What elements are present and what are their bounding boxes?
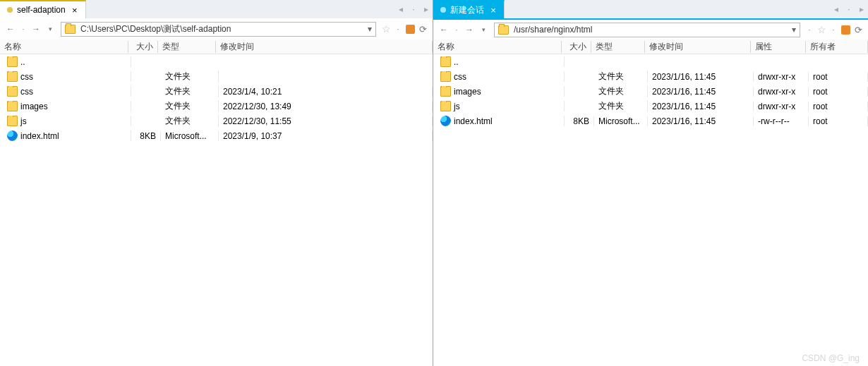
path-dropdown-icon[interactable]: ▾ bbox=[788, 25, 800, 35]
col-name[interactable]: 名称 bbox=[433, 41, 562, 53]
refresh-icon[interactable]: ⟳ bbox=[417, 23, 428, 35]
col-owner[interactable]: 所有者 bbox=[806, 41, 868, 53]
folder-icon bbox=[7, 71, 18, 82]
table-row[interactable]: css文件夹2023/1/4, 10:21 bbox=[0, 84, 433, 99]
folder-icon bbox=[440, 71, 451, 82]
folder-icon bbox=[7, 116, 18, 126]
folder-icon bbox=[7, 86, 18, 97]
file-name: css bbox=[20, 72, 33, 82]
folder-icon bbox=[440, 86, 451, 97]
separator-icon: · bbox=[18, 24, 28, 34]
file-grid-right: 名称 大小 类型 修改时间 属性 所有者 ..css文件夹2023/1/16, … bbox=[433, 39, 868, 366]
file-name: js bbox=[454, 102, 460, 111]
file-date: 2023/1/16, 11:45 bbox=[648, 102, 754, 111]
folder-icon bbox=[498, 25, 509, 35]
col-date[interactable]: 修改时间 bbox=[216, 41, 433, 53]
close-icon[interactable]: × bbox=[70, 5, 80, 15]
folder-icon bbox=[65, 25, 76, 34]
path-text: /usr/share/nginx/html bbox=[512, 25, 788, 35]
history-dropdown-icon[interactable]: ▾ bbox=[44, 23, 56, 35]
file-type: 文件夹 bbox=[161, 85, 219, 97]
file-date: 2023/1/16, 11:45 bbox=[648, 116, 754, 126]
file-owner: root bbox=[809, 72, 868, 82]
tab-label: 新建会话 bbox=[450, 4, 484, 16]
tab-dot-icon bbox=[440, 7, 446, 13]
toolbar-right: ← · → ▾ /usr/share/nginx/html ▾ · ☆ · ⟳ bbox=[433, 18, 868, 39]
file-type: 文件夹 bbox=[594, 85, 648, 97]
table-row[interactable]: images文件夹2023/1/16, 11:45drwxr-xr-xroot bbox=[433, 84, 868, 99]
tab-new-session[interactable]: 新建会话 × bbox=[433, 0, 505, 18]
separator-icon: · bbox=[452, 25, 462, 35]
path-input[interactable]: C:\Users\PC\Desktop\测试\self-adaption ▾ bbox=[61, 22, 376, 37]
file-name: index.html bbox=[20, 131, 59, 141]
column-header-row: 名称 大小 类型 修改时间 属性 所有者 bbox=[433, 39, 868, 54]
back-button[interactable]: ← bbox=[4, 23, 17, 35]
path-text: C:\Users\PC\Desktop\测试\self-adaption bbox=[79, 23, 364, 35]
folder-icon bbox=[440, 56, 451, 67]
table-row[interactable]: js文件夹2023/1/16, 11:45drwxr-xr-xroot bbox=[433, 99, 868, 114]
table-row[interactable]: index.html8KBMicrosoft...2023/1/16, 11:4… bbox=[433, 114, 868, 128]
table-row[interactable]: index.html8KBMicrosoft...2023/1/9, 10:37 bbox=[0, 128, 433, 143]
file-size: 8KB bbox=[131, 131, 161, 141]
col-type[interactable]: 类型 bbox=[158, 41, 216, 53]
col-date[interactable]: 修改时间 bbox=[645, 41, 751, 53]
tab-prev-icon[interactable]: ◂ bbox=[394, 4, 407, 14]
tab-self-adaption[interactable]: self-adaption × bbox=[0, 0, 86, 18]
tab-next-icon[interactable]: ▸ bbox=[855, 4, 868, 14]
col-size[interactable]: 大小 bbox=[562, 41, 591, 53]
file-owner: root bbox=[809, 102, 868, 111]
separator-icon: · bbox=[393, 24, 403, 34]
forward-button[interactable]: → bbox=[30, 23, 42, 35]
table-row[interactable]: css文件夹2023/1/16, 11:45drwxr-xr-xroot bbox=[433, 69, 868, 84]
file-date: 2023/1/16, 11:45 bbox=[648, 87, 754, 97]
table-row[interactable]: images文件夹2022/12/30, 13:49 bbox=[0, 99, 433, 114]
file-name: .. bbox=[454, 57, 459, 67]
tab-bar-left: self-adaption × ◂ · ▸ bbox=[0, 0, 433, 18]
col-name[interactable]: 名称 bbox=[0, 41, 128, 53]
file-owner: root bbox=[809, 116, 868, 126]
col-type[interactable]: 类型 bbox=[591, 41, 645, 53]
file-name: index.html bbox=[454, 116, 493, 126]
col-attr[interactable]: 属性 bbox=[751, 41, 806, 53]
right-pane: 新建会话 × ◂ · ▸ ← · → ▾ /usr/share/nginx/ht… bbox=[433, 0, 868, 366]
col-size[interactable]: 大小 bbox=[128, 41, 158, 53]
favorite-icon[interactable]: ☆ bbox=[380, 23, 392, 35]
table-row[interactable]: css文件夹 bbox=[0, 69, 433, 84]
file-size: 8KB bbox=[565, 116, 594, 126]
home-icon[interactable] bbox=[404, 23, 416, 35]
tab-scroll-left: ◂ · ▸ bbox=[394, 0, 433, 18]
separator-icon: · bbox=[828, 25, 838, 35]
file-type: 文件夹 bbox=[161, 115, 219, 127]
folder-icon bbox=[7, 56, 18, 67]
table-row[interactable]: .. bbox=[433, 54, 868, 69]
edge-icon bbox=[440, 116, 451, 126]
close-icon[interactable]: × bbox=[488, 5, 498, 15]
file-type: 文件夹 bbox=[161, 100, 219, 112]
home-icon[interactable] bbox=[840, 24, 851, 35]
toolbar-left: ← · → ▾ C:\Users\PC\Desktop\测试\self-adap… bbox=[0, 18, 433, 39]
path-dropdown-icon[interactable]: ▾ bbox=[364, 24, 375, 34]
watermark: CSDN @G_ing bbox=[802, 353, 860, 363]
file-name: images bbox=[454, 87, 481, 97]
table-row[interactable]: js文件夹2022/12/30, 11:55 bbox=[0, 114, 433, 128]
back-button[interactable]: ← bbox=[438, 23, 450, 36]
tab-next-icon[interactable]: ▸ bbox=[420, 4, 433, 14]
favorite-icon[interactable]: ☆ bbox=[816, 24, 827, 35]
file-attr: drwxr-xr-x bbox=[754, 102, 809, 111]
file-name: js bbox=[20, 116, 27, 126]
file-date: 2023/1/4, 10:21 bbox=[219, 87, 433, 97]
file-attr: -rw-r--r-- bbox=[754, 116, 809, 126]
tab-prev-icon[interactable]: ◂ bbox=[830, 4, 843, 14]
tab-bar-right: 新建会话 × ◂ · ▸ bbox=[433, 0, 868, 18]
folder-icon bbox=[440, 101, 451, 111]
path-input[interactable]: /usr/share/nginx/html ▾ bbox=[494, 23, 800, 37]
file-type: 文件夹 bbox=[594, 71, 648, 83]
history-dropdown-icon[interactable]: ▾ bbox=[477, 23, 490, 36]
file-owner: root bbox=[809, 87, 868, 97]
refresh-icon[interactable]: ⟳ bbox=[852, 24, 864, 35]
forward-button[interactable]: → bbox=[463, 23, 476, 36]
tab-dot-icon bbox=[7, 7, 13, 13]
file-date: 2023/1/9, 10:37 bbox=[219, 131, 433, 141]
file-attr: drwxr-xr-x bbox=[754, 87, 809, 97]
table-row[interactable]: .. bbox=[0, 54, 433, 69]
